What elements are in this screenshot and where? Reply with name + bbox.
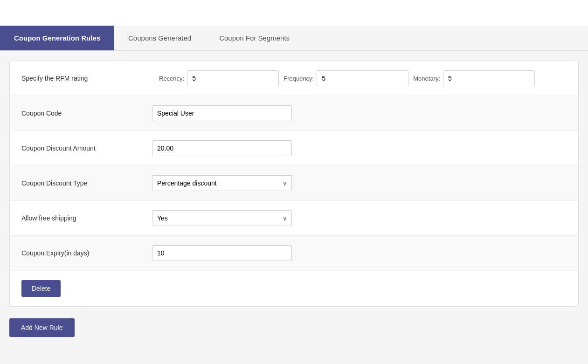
recency-group: Recency: bbox=[159, 70, 279, 86]
tab-bar: Coupon Generation Rules Coupons Generate… bbox=[0, 26, 588, 51]
main-content: Specify the RFM rating Recency: Frequenc… bbox=[0, 51, 588, 346]
monetary-input[interactable] bbox=[443, 70, 535, 86]
coupon-expiry-row: Coupon Expiry(in days) bbox=[10, 236, 578, 271]
coupon-code-input[interactable] bbox=[152, 105, 292, 121]
allow-free-shipping-field-wrapper: Yes No bbox=[152, 210, 292, 226]
tab-coupons-generated[interactable]: Coupons Generated bbox=[114, 26, 205, 50]
allow-free-shipping-select[interactable]: Yes No bbox=[152, 210, 292, 226]
frequency-group: Frequency: bbox=[284, 70, 408, 86]
coupon-discount-type-label: Coupon Discount Type bbox=[21, 179, 152, 187]
delete-button[interactable]: Delete bbox=[21, 280, 61, 297]
coupon-expiry-field-wrapper bbox=[152, 245, 292, 261]
coupon-discount-amount-row: Coupon Discount Amount bbox=[10, 131, 578, 166]
coupon-expiry-input[interactable] bbox=[152, 245, 292, 261]
monetary-label: Monetary: bbox=[413, 75, 440, 82]
allow-free-shipping-select-wrapper: Yes No bbox=[152, 210, 292, 226]
coupon-expiry-label: Coupon Expiry(in days) bbox=[21, 249, 152, 257]
tab-coupon-for-segments[interactable]: Coupon For Segments bbox=[205, 26, 304, 50]
tab-coupon-generation-rules[interactable]: Coupon Generation Rules bbox=[0, 26, 114, 50]
coupon-discount-type-field-wrapper: Percentage discount Fixed discount Free … bbox=[152, 175, 292, 191]
coupon-discount-amount-field-wrapper bbox=[152, 140, 292, 156]
frequency-label: Frequency: bbox=[284, 75, 314, 82]
coupon-discount-amount-input[interactable] bbox=[152, 140, 292, 156]
coupon-code-label: Coupon Code bbox=[21, 110, 152, 117]
monetary-group: Monetary: bbox=[413, 70, 535, 86]
recency-input[interactable] bbox=[187, 70, 279, 86]
allow-free-shipping-label: Allow free shipping bbox=[21, 214, 152, 222]
coupon-discount-type-row: Coupon Discount Type Percentage discount… bbox=[10, 166, 578, 201]
coupon-discount-amount-label: Coupon Discount Amount bbox=[21, 144, 152, 152]
rule-card: Specify the RFM rating Recency: Frequenc… bbox=[9, 61, 579, 307]
rfm-label: Specify the RFM rating bbox=[21, 75, 152, 82]
coupon-discount-type-select-wrapper: Percentage discount Fixed discount Free … bbox=[152, 175, 292, 191]
frequency-input[interactable] bbox=[317, 70, 408, 86]
recency-label: Recency: bbox=[159, 75, 184, 82]
allow-free-shipping-row: Allow free shipping Yes No bbox=[10, 201, 578, 236]
add-new-rule-button[interactable]: Add New Rule bbox=[9, 318, 75, 337]
coupon-discount-type-select[interactable]: Percentage discount Fixed discount Free … bbox=[152, 175, 292, 191]
coupon-code-row: Coupon Code bbox=[10, 96, 578, 131]
rfm-fields: Recency: Frequency: Monetary: bbox=[159, 70, 535, 86]
coupon-code-field-wrapper bbox=[152, 105, 292, 121]
delete-row: Delete bbox=[10, 271, 578, 306]
rfm-row: Specify the RFM rating Recency: Frequenc… bbox=[10, 61, 578, 96]
